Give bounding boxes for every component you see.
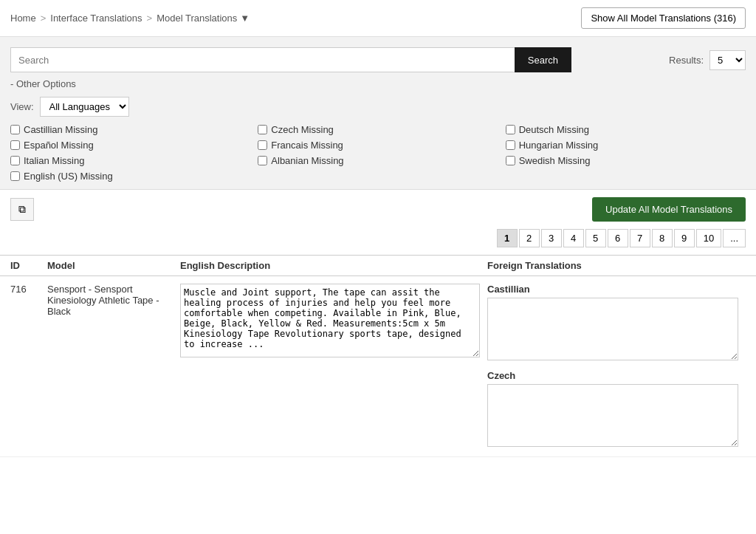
checkboxes-grid: Castillian Missing Czech Missing Deutsch… — [10, 124, 746, 182]
grid-view-button[interactable]: ⧉ — [10, 198, 34, 221]
row-description-cell: Muscle and Joint support, The tape can a… — [180, 284, 487, 360]
checkbox-albanian[interactable]: Albanian Missing — [258, 155, 498, 166]
header-id: ID — [10, 260, 47, 271]
czech-label: Czech — [487, 370, 738, 381]
checkbox-castillian[interactable]: Castillian Missing — [10, 124, 250, 135]
page-3-button[interactable]: 3 — [541, 229, 562, 247]
header-model: Model — [47, 260, 180, 271]
checkbox-castillian-label: Castillian Missing — [24, 124, 97, 135]
castillian-label: Castillian — [487, 284, 738, 295]
row-id: 716 — [10, 284, 47, 295]
table-row: 716 Sensport - Sensport Kinesiology Athl… — [0, 276, 756, 457]
breadcrumb-home[interactable]: Home — [10, 13, 36, 24]
row-model: Sensport - Sensport Kinesiology Athletic… — [47, 284, 180, 317]
checkbox-swedish-input[interactable] — [506, 156, 515, 165]
results-label: Results: — [669, 55, 704, 66]
page-8-button[interactable]: 8 — [652, 229, 673, 247]
breadcrumb-sep-1: > — [41, 13, 47, 24]
checkbox-czech-label: Czech Missing — [271, 124, 334, 135]
checkbox-francais-label: Francais Missing — [271, 140, 343, 151]
toolbar: ⧉ Update All Model Translations — [0, 190, 756, 229]
checkbox-deutsch[interactable]: Deutsch Missing — [506, 124, 746, 135]
castillian-textarea[interactable] — [487, 298, 738, 360]
grid-icon: ⧉ — [18, 203, 26, 215]
breadcrumb: Home > Interface Translations > Model Tr… — [0, 0, 756, 37]
checkbox-swedish-label: Swedish Missing — [519, 155, 591, 166]
checkbox-deutsch-input[interactable] — [506, 125, 515, 134]
chevron-down-icon: ▼ — [240, 13, 250, 24]
checkbox-italian-label: Italian Missing — [24, 155, 84, 166]
english-description-textarea[interactable]: Muscle and Joint support, The tape can a… — [180, 284, 480, 357]
checkbox-deutsch-label: Deutsch Missing — [519, 124, 589, 135]
view-row: View: All Languages Castillian Czech Deu… — [10, 97, 746, 117]
header-foreign-translations: Foreign Translations — [487, 260, 746, 271]
checkbox-francais[interactable]: Francais Missing — [258, 140, 498, 151]
checkbox-czech[interactable]: Czech Missing — [258, 124, 498, 135]
breadcrumb-model-translations: Model Translations — [157, 13, 237, 24]
checkbox-hungarian-input[interactable] — [506, 140, 515, 150]
search-button[interactable]: Search — [515, 47, 571, 72]
checkbox-hungarian-label: Hungarian Missing — [519, 140, 599, 151]
results-select[interactable]: 5 10 25 50 — [709, 50, 746, 70]
checkbox-english-us-input[interactable] — [10, 171, 20, 181]
header-english-description: English Description — [180, 260, 487, 271]
page-6-button[interactable]: 6 — [608, 229, 628, 247]
other-options-toggle[interactable]: - Other Options — [10, 78, 746, 89]
page-7-button[interactable]: 7 — [630, 229, 650, 247]
checkbox-hungarian[interactable]: Hungarian Missing — [506, 140, 746, 151]
breadcrumb-current: Model Translations ▼ — [157, 13, 250, 24]
page-5-button[interactable]: 5 — [585, 229, 606, 247]
update-all-button[interactable]: Update All Model Translations — [592, 197, 746, 222]
translation-castillian: Castillian — [487, 284, 738, 363]
page-9-button[interactable]: 9 — [674, 229, 695, 247]
page-more-button[interactable]: ... — [723, 229, 746, 247]
checkbox-albanian-input[interactable] — [258, 156, 267, 165]
show-all-button[interactable]: Show All Model Translations (316) — [581, 7, 746, 29]
page-2-button[interactable]: 2 — [519, 229, 540, 247]
page-10-button[interactable]: 10 — [696, 229, 721, 247]
checkbox-espanol[interactable]: Español Missing — [10, 140, 250, 151]
row-foreign-translations: Castillian Czech — [487, 284, 746, 449]
checkbox-swedish[interactable]: Swedish Missing — [506, 155, 746, 166]
checkbox-czech-input[interactable] — [258, 125, 267, 134]
table-headers: ID Model English Description Foreign Tra… — [0, 255, 756, 276]
checkbox-espanol-label: Español Missing — [24, 140, 94, 151]
translation-czech: Czech — [487, 370, 738, 449]
checkbox-espanol-input[interactable] — [10, 140, 20, 150]
checkbox-english-us[interactable]: English (US) Missing — [10, 171, 250, 182]
view-label: View: — [10, 101, 34, 112]
breadcrumb-interface-translations[interactable]: Interface Translations — [50, 13, 142, 24]
checkbox-english-us-label: English (US) Missing — [24, 171, 113, 182]
search-area: Search Results: 5 10 25 50 - Other Optio… — [0, 37, 756, 190]
checkbox-castillian-input[interactable] — [10, 125, 20, 134]
view-select[interactable]: All Languages Castillian Czech Deutsch E… — [40, 97, 129, 117]
pagination: 1 2 3 4 5 6 7 8 9 10 ... — [0, 229, 756, 255]
page-1-button[interactable]: 1 — [497, 229, 518, 247]
search-input[interactable] — [10, 47, 515, 72]
checkbox-italian-input[interactable] — [10, 156, 20, 165]
czech-textarea[interactable] — [487, 384, 738, 447]
checkbox-francais-input[interactable] — [258, 140, 267, 150]
checkbox-italian[interactable]: Italian Missing — [10, 155, 250, 166]
breadcrumb-sep-2: > — [147, 13, 153, 24]
checkbox-albanian-label: Albanian Missing — [271, 155, 343, 166]
page-4-button[interactable]: 4 — [563, 229, 584, 247]
